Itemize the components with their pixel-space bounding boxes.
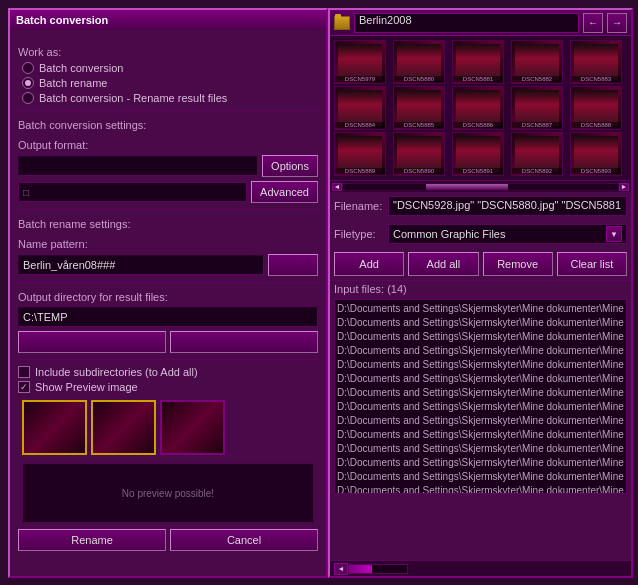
checkbox-include [18, 366, 30, 378]
show-preview-label: Show Preview image [35, 381, 138, 393]
radio-batch-conversion[interactable]: Batch conversion [22, 62, 318, 74]
grid-thumb-3[interactable]: DSCN5882 [511, 40, 563, 84]
right-bottom-bar: ◄ [330, 560, 631, 576]
output-dir-btns [18, 331, 318, 353]
name-pattern-input[interactable] [18, 255, 264, 275]
remove-button[interactable]: Remove [483, 252, 553, 276]
title-bar: Batch conversion [10, 10, 326, 30]
options-button[interactable]: Options [262, 155, 318, 177]
grid-thumb-2[interactable]: DSCN5881 [452, 40, 504, 84]
file-item-6: D:\Documents and Settings\Skjermskyter\M… [337, 386, 624, 400]
output-format-label: Output format: [18, 139, 318, 151]
grid-thumb-13[interactable]: DSCN5892 [511, 132, 563, 176]
grid-thumb-1[interactable]: DSCN5880 [393, 40, 445, 84]
main-window: Batch conversion Work as: Batch conversi… [8, 8, 328, 578]
work-as-group: Batch conversion Batch rename Batch conv… [22, 62, 318, 104]
file-item-7: D:\Documents and Settings\Skjermskyter\M… [337, 400, 624, 414]
advanced-field-text: □ [23, 187, 29, 198]
output-dir-label: Output directory for result files: [18, 291, 318, 303]
folder-dropdown[interactable]: Berlin2008 [354, 13, 579, 33]
radio-dot-3 [22, 92, 34, 104]
grid-thumb-5[interactable]: DSCN5884 [334, 86, 386, 130]
clear-list-button[interactable]: Clear list [557, 252, 627, 276]
file-item-13: D:\Documents and Settings\Skjermskyter\M… [337, 484, 624, 494]
filetype-value: Common Graphic Files [393, 228, 505, 240]
add-all-button[interactable]: Add all [408, 252, 478, 276]
grid-thumb-0[interactable]: DSCN5979 [334, 40, 386, 84]
filename-value: "DSCN5928.jpg" "DSCN5880.jpg" "DSCN5881 [388, 196, 627, 216]
filetype-select[interactable]: Common Graphic Files ▼ [388, 224, 627, 244]
grid-thumb-7[interactable]: DSCN5886 [452, 86, 504, 130]
output-browse-btn2[interactable] [170, 331, 318, 353]
radio-label-2: Batch rename [39, 77, 107, 89]
divider-4 [18, 359, 318, 360]
show-preview-checkbox[interactable]: Show Preview image [18, 381, 318, 393]
grid-thumb-12[interactable]: DSCN5891 [452, 132, 504, 176]
radio-batch-conv-rename[interactable]: Batch conversion - Rename result files [22, 92, 318, 104]
grid-thumb-10[interactable]: DSCN5889 [334, 132, 386, 176]
thumbnail-scrollbar[interactable]: ◄ ► [330, 180, 631, 192]
preview-thumb-1 [22, 400, 87, 455]
file-item-12: D:\Documents and Settings\Skjermskyter\M… [337, 470, 624, 484]
file-item-10: D:\Documents and Settings\Skjermskyter\M… [337, 442, 624, 456]
file-item-4: D:\Documents and Settings\Skjermskyter\M… [337, 358, 624, 372]
folder-icon [334, 16, 350, 30]
radio-dot-1 [22, 62, 34, 74]
right-panel: Berlin2008 ← → DSCN5979 DSCN5880 DSCN588… [328, 8, 633, 578]
scroll-track[interactable] [342, 183, 619, 191]
radio-label-3: Batch conversion - Rename result files [39, 92, 227, 104]
checkbox-preview [18, 381, 30, 393]
file-item-8: D:\Documents and Settings\Skjermskyter\M… [337, 414, 624, 428]
filetype-row: Filetype: Common Graphic Files ▼ [330, 220, 631, 248]
filename-label: Filename: [334, 200, 384, 212]
rename-settings-label: Batch rename settings: [18, 218, 318, 230]
advanced-field: □ [18, 182, 247, 202]
output-format-input[interactable] [18, 156, 258, 176]
folder-bar: Berlin2008 ← → [330, 10, 631, 36]
radio-dot-2 [22, 77, 34, 89]
window-title: Batch conversion [16, 14, 108, 26]
preview-thumb-3 [160, 400, 225, 455]
output-dir-row [18, 307, 318, 327]
select-arrow-icon: ▼ [606, 226, 622, 242]
file-item-5: D:\Documents and Settings\Skjermskyter\M… [337, 372, 624, 386]
scroll-left-btn[interactable]: ◄ [332, 183, 342, 191]
radio-label-1: Batch conversion [39, 62, 123, 74]
no-preview: No preview possible! [22, 463, 314, 523]
divider-2 [18, 209, 318, 210]
include-subdirs-label: Include subdirectories (to Add all) [35, 366, 198, 378]
folder-name: Berlin2008 [359, 14, 412, 26]
bottom-progress[interactable] [348, 564, 408, 574]
file-item-9: D:\Documents and Settings\Skjermskyter\M… [337, 428, 624, 442]
grid-thumb-6[interactable]: DSCN5885 [393, 86, 445, 130]
divider-1 [18, 110, 318, 111]
grid-thumb-9[interactable]: DSCN5888 [570, 86, 622, 130]
bottom-scroll-left[interactable]: ◄ [334, 563, 348, 575]
file-item-11: D:\Documents and Settings\Skjermskyter\M… [337, 456, 624, 470]
name-pattern-btn[interactable] [268, 254, 318, 276]
scroll-right-btn[interactable]: ► [619, 183, 629, 191]
scroll-thumb [426, 184, 509, 190]
forward-btn[interactable]: → [607, 13, 627, 33]
advanced-button[interactable]: Advanced [251, 181, 318, 203]
radio-batch-rename[interactable]: Batch rename [22, 77, 318, 89]
include-subdirs-checkbox[interactable]: Include subdirectories (to Add all) [18, 366, 318, 378]
file-item-0: D:\Documents and Settings\Skjermskyter\M… [337, 302, 624, 316]
cancel-button[interactable]: Cancel [170, 529, 318, 551]
output-browse-btn[interactable] [18, 331, 166, 353]
name-pattern-label: Name pattern: [18, 238, 318, 250]
advanced-row: □ Advanced [18, 181, 318, 203]
grid-thumb-11[interactable]: DSCN5890 [393, 132, 445, 176]
file-item-2: D:\Documents and Settings\Skjermskyter\M… [337, 330, 624, 344]
grid-thumb-8[interactable]: DSCN5887 [511, 86, 563, 130]
file-item-3: D:\Documents and Settings\Skjermskyter\M… [337, 344, 624, 358]
add-button[interactable]: Add [334, 252, 404, 276]
file-list[interactable]: D:\Documents and Settings\Skjermskyter\M… [334, 299, 627, 494]
grid-thumb-4[interactable]: DSCN5883 [570, 40, 622, 84]
output-dir-input[interactable] [18, 307, 318, 327]
back-btn[interactable]: ← [583, 13, 603, 33]
grid-thumb-14[interactable]: DSCN5893 [570, 132, 622, 176]
rename-button[interactable]: Rename [18, 529, 166, 551]
work-as-label: Work as: [18, 46, 318, 58]
filename-row: Filename: "DSCN5928.jpg" "DSCN5880.jpg" … [330, 192, 631, 220]
